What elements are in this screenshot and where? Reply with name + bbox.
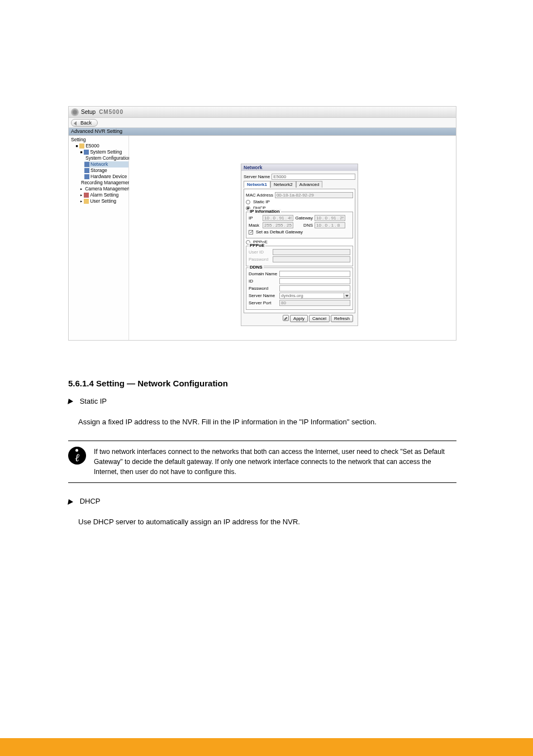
- pppoe-group: PPPoE User ID Password: [246, 246, 353, 266]
- network-panel: Network Server Name Network1 Network2 Ad…: [241, 164, 358, 326]
- user-icon: [84, 199, 89, 204]
- gateway-label: Gateway: [295, 216, 313, 221]
- ddns-server-dropdown[interactable]: [279, 293, 350, 299]
- static-ip-bullet: Static IP: [68, 396, 456, 407]
- tree-network[interactable]: Network: [84, 161, 129, 168]
- tree-root: Setting: [71, 137, 129, 143]
- document-body: 5.6.1.4 Setting — Network Configuration …: [68, 362, 456, 534]
- network-tabs: Network1 Network2 Advanced: [244, 181, 355, 188]
- app-window: Setup CM5000 Back Advanced NVR Setting S…: [68, 106, 456, 341]
- static-ip-text: Assign a fixed IP address to the NVR. Fi…: [78, 417, 456, 428]
- tree-recording[interactable]: Recording Management: [80, 180, 129, 186]
- ddns-domain-input[interactable]: [279, 271, 350, 277]
- brand-label: CM5000: [99, 109, 123, 115]
- content-area: Network Server Name Network1 Network2 Ad…: [129, 136, 456, 340]
- pppoe-password-label: Password: [249, 257, 271, 262]
- ddns-server-label: Server Name: [249, 293, 278, 298]
- gateway-field[interactable]: [315, 215, 345, 221]
- server-name-input[interactable]: [272, 174, 355, 180]
- ddns-port-label: Server Port: [249, 300, 278, 305]
- static-ip-radio[interactable]: [246, 200, 250, 204]
- tree-system-config[interactable]: System Configuration: [84, 155, 129, 161]
- ddns-port-input: [279, 300, 350, 306]
- default-gateway-check[interactable]: [249, 230, 253, 235]
- ddns-domain-label: Domain Name: [249, 271, 278, 276]
- static-ip-title: Static IP: [80, 397, 107, 405]
- pppoe-password-input: [273, 256, 350, 262]
- server-name-label: Server Name: [244, 174, 270, 179]
- refresh-button[interactable]: Refresh: [331, 315, 353, 322]
- tree-alarm[interactable]: ▸Alarm Setting: [80, 192, 129, 198]
- folder-icon: [84, 150, 89, 155]
- chevron-down-icon[interactable]: [344, 293, 350, 299]
- ddns-password-label: Password: [249, 286, 278, 291]
- tree-storage[interactable]: Storage: [84, 168, 129, 174]
- arrow-icon: [68, 499, 74, 505]
- mask-label: Mask: [249, 223, 261, 228]
- ddns-title: DDNS: [249, 265, 264, 270]
- section-header: Advanced NVR Setting: [69, 128, 456, 136]
- mac-label: MAC Address: [246, 193, 273, 198]
- mask-field[interactable]: [263, 222, 293, 228]
- default-gateway-label: Set as Default Gateway: [256, 229, 303, 235]
- title-bar: Setup CM5000: [69, 107, 456, 118]
- ddns-password-input[interactable]: [279, 285, 350, 291]
- hardware-icon: [84, 174, 89, 179]
- ddns-id-label: ID: [249, 279, 278, 284]
- page-footer: [0, 738, 533, 756]
- setup-label: Setup: [81, 109, 96, 115]
- nav-tree: Setting ▪E5000 ▪System Setting System Co…: [69, 136, 129, 340]
- gear-icon: [71, 108, 79, 116]
- tree-hardware[interactable]: Hardware Device: [84, 174, 129, 180]
- device-icon: [79, 143, 84, 149]
- edit-icon-button[interactable]: [283, 315, 289, 321]
- mac-field: [275, 192, 353, 198]
- dhcp-text: Use DHCP server to automatically assign …: [78, 517, 456, 528]
- panel-title: Network: [241, 164, 358, 171]
- tab-network2[interactable]: Network2: [270, 181, 296, 188]
- dns-field[interactable]: [315, 222, 345, 228]
- ip-label: IP: [249, 216, 261, 221]
- dhcp-bullet: DHCP: [68, 496, 456, 507]
- note-text: If two network interfaces connect to the…: [94, 447, 456, 477]
- tab-advanced[interactable]: Advanced: [296, 181, 323, 188]
- pppoe-userid-input: [273, 249, 350, 255]
- note-box: ℓ If two network interfaces connect to t…: [68, 441, 456, 483]
- back-bar: Back: [69, 118, 456, 128]
- network-icon: [84, 162, 89, 167]
- dns-label: DNS: [295, 223, 313, 228]
- pppoe-title: PPPoE: [249, 243, 265, 248]
- tree-user[interactable]: ▸User Setting: [80, 198, 129, 204]
- arrow-icon: [68, 399, 74, 404]
- ddns-server-value: [279, 293, 344, 299]
- doc-heading: 5.6.1.4 Setting — Network Configuration: [68, 377, 456, 390]
- ip-info-group: IP Information IP Gateway Mask DNS: [246, 212, 353, 238]
- storage-icon: [84, 168, 89, 173]
- pppoe-userid-label: User ID: [249, 250, 271, 255]
- tree-camera[interactable]: ▸Camera Management: [80, 186, 129, 192]
- back-button[interactable]: Back: [71, 119, 98, 127]
- ddns-id-input[interactable]: [279, 278, 350, 284]
- alarm-icon: [84, 193, 89, 198]
- ip-field[interactable]: [263, 215, 293, 221]
- ip-info-title: IP Information: [249, 209, 281, 214]
- static-ip-label: Static IP: [253, 199, 270, 204]
- tree-system-setting[interactable]: ▪System Setting: [80, 149, 129, 155]
- dhcp-title: DHCP: [80, 497, 101, 505]
- tab-network1[interactable]: Network1: [244, 181, 270, 188]
- ddns-group: DDNS Domain Name ID Password Server Name…: [246, 267, 353, 310]
- tree-device[interactable]: ▪E5000: [75, 143, 129, 149]
- cancel-button[interactable]: Cancel: [309, 315, 330, 322]
- info-icon: ℓ: [68, 447, 86, 465]
- apply-button[interactable]: Apply: [290, 315, 308, 322]
